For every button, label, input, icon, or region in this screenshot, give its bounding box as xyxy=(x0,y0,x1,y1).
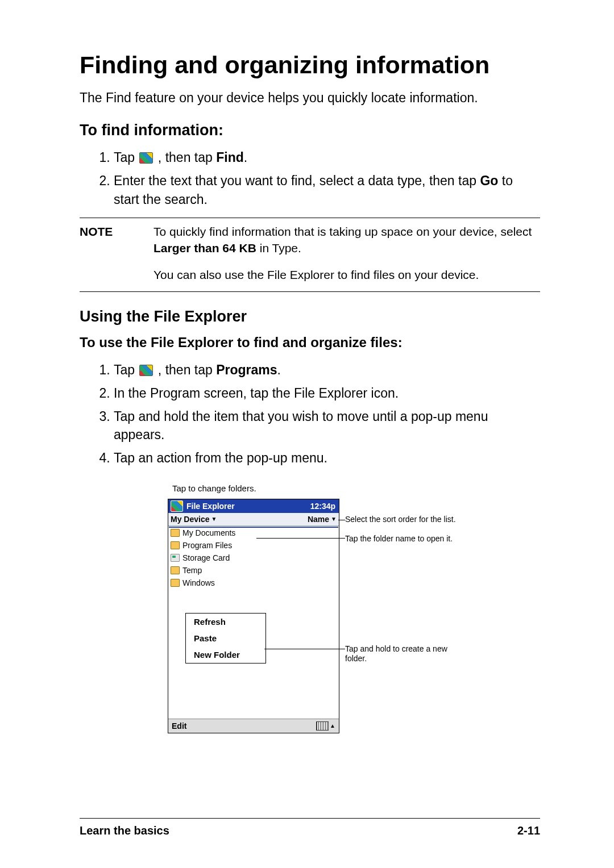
menu-item-refresh[interactable]: Refresh xyxy=(186,614,265,630)
note-text-1: To quickly find information that is taki… xyxy=(154,224,540,257)
subheading-use-explorer: To use the File Explorer to find and org… xyxy=(80,335,540,350)
intro-text: The Find feature on your device helps yo… xyxy=(80,89,540,107)
explorer-step-3: Tap and hold the item that you wish to m… xyxy=(114,407,540,444)
find-step-1: Tap , then tap Find. xyxy=(114,148,540,167)
location-dropdown[interactable]: My Device▼ xyxy=(168,515,308,524)
callout-open-folder: Tap the folder name to open it. xyxy=(345,534,453,544)
note-block: NOTE To quickly find information that is… xyxy=(80,218,540,292)
titlebar: File Explorer 12:34p xyxy=(168,499,339,513)
titlebar-time: 12:34p xyxy=(310,502,339,511)
device-screenshot: File Explorer 12:34p My Device▼ Name▼ My… xyxy=(168,499,339,733)
chevron-down-icon: ▼ xyxy=(211,516,217,522)
note-text-2: You can also use the File Explorer to fi… xyxy=(154,267,540,283)
sip-toggle[interactable]: ▲ xyxy=(316,721,335,731)
file-explorer-figure: Tap to change folders. File Explorer 12:… xyxy=(168,483,452,733)
folder-row[interactable]: My Documents xyxy=(171,527,339,539)
folder-icon xyxy=(171,529,180,537)
footer-page-number: 2-11 xyxy=(517,824,540,837)
menu-item-paste[interactable]: Paste xyxy=(186,630,265,646)
folder-row[interactable]: Storage Card xyxy=(171,552,339,564)
keyboard-icon xyxy=(316,721,329,731)
edit-menu[interactable]: Edit xyxy=(172,721,186,731)
start-flag-icon[interactable] xyxy=(171,500,183,512)
page-footer: Learn the basics 2-11 xyxy=(80,818,540,837)
explorer-step-4: Tap an action from the pop-up menu. xyxy=(114,449,540,468)
nav-row: My Device▼ Name▼ xyxy=(168,513,339,526)
heading-using-explorer: Using the File Explorer xyxy=(80,308,540,326)
find-step-2: Enter the text that you want to find, se… xyxy=(114,172,540,208)
callout-new-folder: Tap and hold to create a new folder. xyxy=(345,644,459,664)
note-label: NOTE xyxy=(80,224,154,257)
start-flag-icon xyxy=(139,365,153,376)
chevron-down-icon: ▼ xyxy=(331,516,337,522)
explorer-step-2: In the Program screen, tap the File Expl… xyxy=(114,384,540,403)
file-list: My Documents Program Files Storage Card … xyxy=(168,526,339,590)
storage-card-icon xyxy=(171,554,180,562)
folder-row[interactable]: Windows xyxy=(171,577,339,589)
folder-row[interactable]: Program Files xyxy=(171,539,339,552)
sort-dropdown[interactable]: Name▼ xyxy=(308,515,339,524)
edit-bar: Edit ▲ xyxy=(168,719,339,733)
callout-sort-order: Select the sort order for the list. xyxy=(345,515,456,525)
context-menu: Refresh Paste New Folder xyxy=(185,613,266,663)
start-flag-icon xyxy=(139,152,153,164)
titlebar-title: File Explorer xyxy=(185,502,310,511)
caption-tap-change-folders: Tap to change folders. xyxy=(172,483,452,493)
footer-section: Learn the basics xyxy=(80,824,169,837)
chevron-up-icon: ▲ xyxy=(330,723,335,729)
menu-item-new-folder[interactable]: New Folder xyxy=(186,646,265,663)
folder-row[interactable]: Temp xyxy=(171,564,339,577)
folder-icon xyxy=(171,541,180,549)
heading-find-information: To find information: xyxy=(80,122,540,139)
page-title: Finding and organizing information xyxy=(80,51,540,79)
folder-icon xyxy=(171,566,180,574)
explorer-step-1: Tap , then tap Programs. xyxy=(114,361,540,379)
folder-icon xyxy=(171,579,180,587)
